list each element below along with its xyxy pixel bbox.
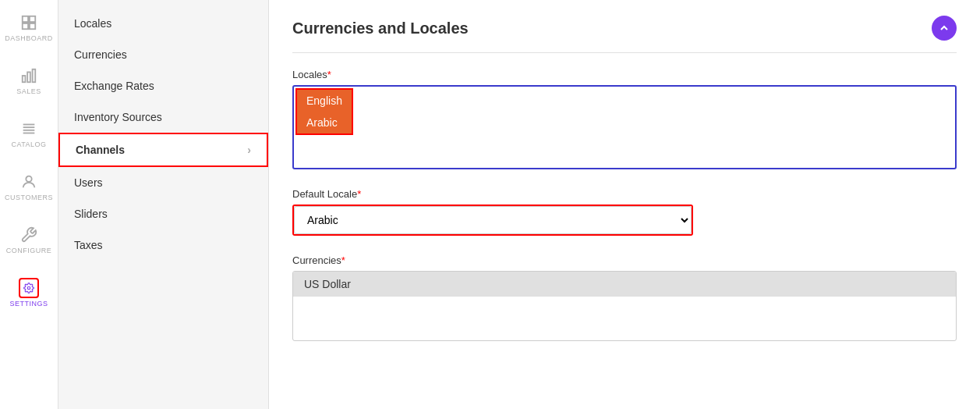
svg-rect-3 — [30, 23, 35, 29]
svg-rect-2 — [23, 23, 28, 29]
catalog-icon — [19, 119, 39, 139]
dashboard-icon — [19, 12, 39, 33]
nav-item-inventory-sources[interactable]: Inventory Sources — [58, 101, 268, 133]
sidebar-item-catalog[interactable]: CATALOG — [0, 114, 58, 153]
svg-rect-1 — [30, 16, 35, 22]
svg-rect-5 — [27, 72, 30, 82]
sidebar-item-sales[interactable]: SALES — [0, 61, 58, 100]
svg-point-11 — [26, 176, 31, 182]
currencies-section: Currencies* US Dollar — [292, 254, 957, 341]
svg-rect-4 — [23, 76, 26, 82]
locales-inner-box: English Arabic — [295, 88, 353, 135]
sidebar-item-dashboard[interactable]: DASHBOARD — [0, 8, 58, 47]
currencies-label: Currencies* — [292, 254, 957, 266]
customers-label: CUSTOMERS — [5, 194, 53, 201]
svg-rect-0 — [23, 16, 28, 22]
currencies-box[interactable]: US Dollar — [292, 271, 957, 341]
collapse-button[interactable] — [932, 16, 957, 41]
locales-remainder — [294, 137, 955, 168]
main-content: Currencies and Locales Locales* English … — [269, 0, 980, 409]
nav-item-users[interactable]: Users — [58, 167, 268, 198]
nav-item-taxes[interactable]: Taxes — [58, 229, 268, 261]
configure-label: CONFIGURE — [6, 247, 52, 254]
default-locale-wrapper: Arabic English — [292, 204, 693, 236]
dashboard-label: DASHBOARD — [5, 34, 53, 42]
settings-label: SETTINGS — [9, 300, 48, 308]
default-locale-label: Default Locale* — [292, 188, 957, 200]
channels-chevron: › — [247, 144, 251, 156]
locale-option-english[interactable]: English — [297, 90, 352, 112]
svg-rect-6 — [33, 69, 36, 83]
sidebar-item-customers[interactable]: CUSTOMERS — [0, 167, 58, 206]
nav-item-locales[interactable]: Locales — [58, 8, 268, 39]
nav-item-currencies[interactable]: Currencies — [58, 39, 268, 70]
default-locale-section: Default Locale* Arabic English — [292, 188, 957, 236]
default-locale-select[interactable]: Arabic English — [294, 206, 692, 234]
locale-option-arabic[interactable]: Arabic — [297, 112, 352, 133]
sales-label: SALES — [16, 87, 41, 95]
currency-item-usd[interactable]: US Dollar — [293, 272, 956, 297]
nav-panel: Locales Currencies Exchange Rates Invent… — [58, 0, 269, 409]
locales-label: Locales* — [292, 69, 957, 80]
customers-icon — [19, 172, 39, 192]
locales-section: Locales* English Arabic — [292, 69, 957, 169]
sidebar: DASHBOARD SALES CATALOG CUSTOMERS — [0, 0, 58, 409]
svg-point-12 — [27, 286, 30, 290]
nav-item-exchange-rates[interactable]: Exchange Rates — [58, 70, 268, 101]
section-title: Currencies and Locales — [292, 20, 469, 37]
sales-icon — [19, 66, 39, 86]
catalog-label: CATALOG — [11, 140, 46, 148]
nav-item-channels[interactable]: Channels › — [58, 133, 268, 167]
sidebar-item-settings[interactable]: SETTINGS — [0, 273, 58, 312]
section-header: Currencies and Locales — [292, 16, 957, 53]
locales-container[interactable]: English Arabic — [292, 85, 957, 169]
sidebar-item-configure[interactable]: CONFIGURE — [0, 220, 58, 259]
nav-item-sliders[interactable]: Sliders — [58, 198, 268, 229]
configure-icon — [19, 225, 39, 245]
settings-icon — [19, 278, 39, 298]
